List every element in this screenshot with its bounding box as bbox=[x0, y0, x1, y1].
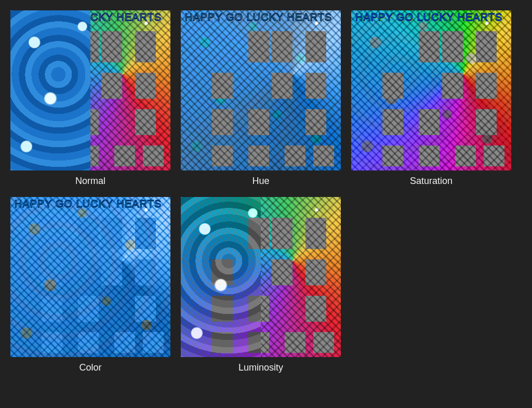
thumbnail bbox=[181, 197, 341, 357]
overlay-image-water bbox=[10, 197, 170, 357]
thumbnail bbox=[10, 197, 170, 357]
example-saturation: Saturation bbox=[351, 10, 511, 187]
example-color: Color bbox=[10, 197, 170, 373]
overlay-image-water bbox=[351, 10, 511, 170]
caption: Color bbox=[79, 362, 101, 373]
caption: Luminosity bbox=[238, 362, 283, 373]
caption: Hue bbox=[252, 176, 269, 187]
caption: Saturation bbox=[410, 176, 453, 187]
blend-mode-gallery: Normal Hue Saturation Color Luminosity bbox=[10, 10, 522, 373]
thumbnail bbox=[10, 10, 170, 170]
example-hue: Hue bbox=[181, 10, 341, 187]
overlay-image-water bbox=[181, 10, 341, 170]
example-normal: Normal bbox=[10, 10, 170, 187]
thumbnail bbox=[351, 10, 511, 170]
example-luminosity: Luminosity bbox=[181, 197, 341, 373]
thumbnail bbox=[181, 10, 341, 170]
caption: Normal bbox=[75, 176, 105, 187]
